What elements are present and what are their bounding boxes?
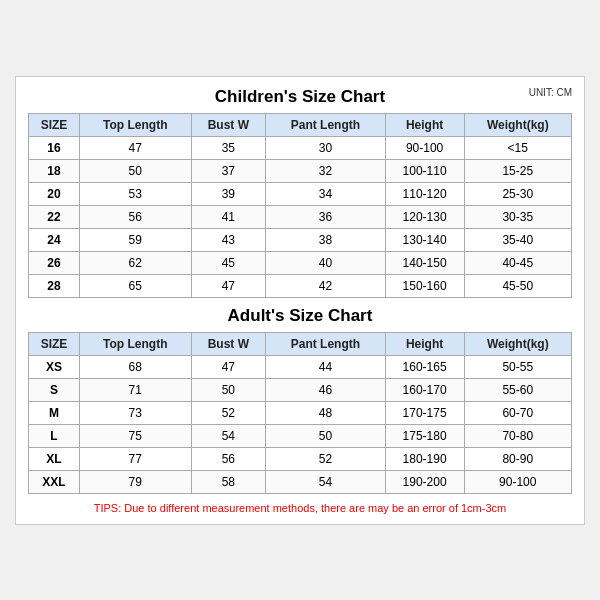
table-cell: 15-25 [464,159,571,182]
table-cell: 16 [29,136,80,159]
table-cell: 24 [29,228,80,251]
table-cell: <15 [464,136,571,159]
table-cell: 47 [191,355,266,378]
col-height: Height [385,332,464,355]
children-table-body: 1647353090-100<1518503732100-11015-25205… [29,136,572,297]
table-cell: 35-40 [464,228,571,251]
table-row: XL775652180-19080-90 [29,447,572,470]
table-cell: 50 [191,378,266,401]
col-top-length: Top Length [79,113,191,136]
table-cell: 44 [266,355,386,378]
table-cell: 30-35 [464,205,571,228]
table-cell: 38 [266,228,386,251]
table-cell: 120-130 [385,205,464,228]
adults-chart-title: Adult's Size Chart [228,306,373,326]
table-cell: 54 [266,470,386,493]
adults-table-body: XS684744160-16550-55S715046160-17055-60M… [29,355,572,493]
table-cell: 79 [79,470,191,493]
table-cell: 18 [29,159,80,182]
table-cell: 28 [29,274,80,297]
table-row: XS684744160-16550-55 [29,355,572,378]
table-cell: 160-170 [385,378,464,401]
table-row: 1647353090-100<15 [29,136,572,159]
table-cell: 52 [266,447,386,470]
col-top-length: Top Length [79,332,191,355]
table-row: 20533934110-12025-30 [29,182,572,205]
table-cell: 110-120 [385,182,464,205]
table-cell: 160-165 [385,355,464,378]
table-cell: 50-55 [464,355,571,378]
table-cell: 32 [266,159,386,182]
table-cell: 90-100 [464,470,571,493]
table-cell: 26 [29,251,80,274]
table-cell: 37 [191,159,266,182]
table-cell: XL [29,447,80,470]
table-cell: 175-180 [385,424,464,447]
table-cell: 25-30 [464,182,571,205]
table-cell: 41 [191,205,266,228]
table-cell: 80-90 [464,447,571,470]
table-row: 28654742150-16045-50 [29,274,572,297]
adults-title-row: Adult's Size Chart [28,306,572,326]
children-table-header: SIZE Top Length Bust W Pant Length Heigh… [29,113,572,136]
table-cell: 48 [266,401,386,424]
table-cell: 22 [29,205,80,228]
table-cell: 56 [79,205,191,228]
col-bust-w: Bust W [191,332,266,355]
table-cell: 43 [191,228,266,251]
col-weight: Weight(kg) [464,332,571,355]
table-cell: 71 [79,378,191,401]
unit-label: UNIT: CM [529,87,572,98]
table-row: XXL795854190-20090-100 [29,470,572,493]
col-size: SIZE [29,332,80,355]
table-cell: 100-110 [385,159,464,182]
table-cell: 180-190 [385,447,464,470]
tips-text: TIPS: Due to different measurement metho… [28,502,572,514]
table-cell: 47 [79,136,191,159]
table-cell: 62 [79,251,191,274]
table-cell: 170-175 [385,401,464,424]
table-row: 26624540140-15040-45 [29,251,572,274]
chart-container: Children's Size Chart UNIT: CM SIZE Top … [15,76,585,525]
table-cell: L [29,424,80,447]
table-row: 22564136120-13030-35 [29,205,572,228]
table-row: S715046160-17055-60 [29,378,572,401]
children-chart-title: Children's Size Chart [215,87,385,107]
table-cell: 59 [79,228,191,251]
children-size-table: SIZE Top Length Bust W Pant Length Heigh… [28,113,572,298]
table-cell: M [29,401,80,424]
table-cell: 50 [266,424,386,447]
col-bust-w: Bust W [191,113,266,136]
table-cell: XS [29,355,80,378]
table-cell: S [29,378,80,401]
table-cell: 42 [266,274,386,297]
children-title-row: Children's Size Chart UNIT: CM [28,87,572,107]
adults-table-header: SIZE Top Length Bust W Pant Length Heigh… [29,332,572,355]
table-cell: 47 [191,274,266,297]
adults-size-table: SIZE Top Length Bust W Pant Length Heigh… [28,332,572,494]
table-cell: 45 [191,251,266,274]
table-cell: 40 [266,251,386,274]
table-cell: 46 [266,378,386,401]
table-cell: 70-80 [464,424,571,447]
table-cell: 52 [191,401,266,424]
table-cell: 50 [79,159,191,182]
table-cell: 53 [79,182,191,205]
table-cell: 56 [191,447,266,470]
table-cell: 40-45 [464,251,571,274]
table-cell: 45-50 [464,274,571,297]
table-cell: 75 [79,424,191,447]
table-cell: 34 [266,182,386,205]
table-cell: 60-70 [464,401,571,424]
table-cell: 68 [79,355,191,378]
table-cell: 140-150 [385,251,464,274]
table-cell: 90-100 [385,136,464,159]
table-cell: 65 [79,274,191,297]
table-cell: 130-140 [385,228,464,251]
col-weight: Weight(kg) [464,113,571,136]
col-pant-length: Pant Length [266,332,386,355]
table-row: 18503732100-11015-25 [29,159,572,182]
table-cell: 54 [191,424,266,447]
table-cell: 20 [29,182,80,205]
table-cell: 58 [191,470,266,493]
